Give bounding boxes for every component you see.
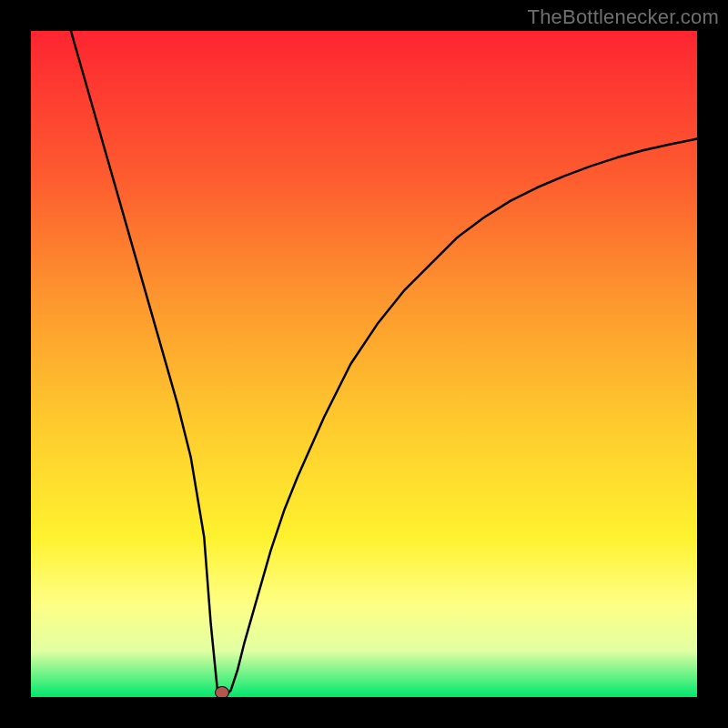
- optimal-point-marker: [215, 686, 229, 697]
- bottleneck-curve: [31, 31, 697, 697]
- watermark-text: TheBottlenecker.com: [528, 5, 719, 29]
- chart-frame: TheBottlenecker.com: [0, 0, 728, 728]
- plot-area: [31, 31, 697, 697]
